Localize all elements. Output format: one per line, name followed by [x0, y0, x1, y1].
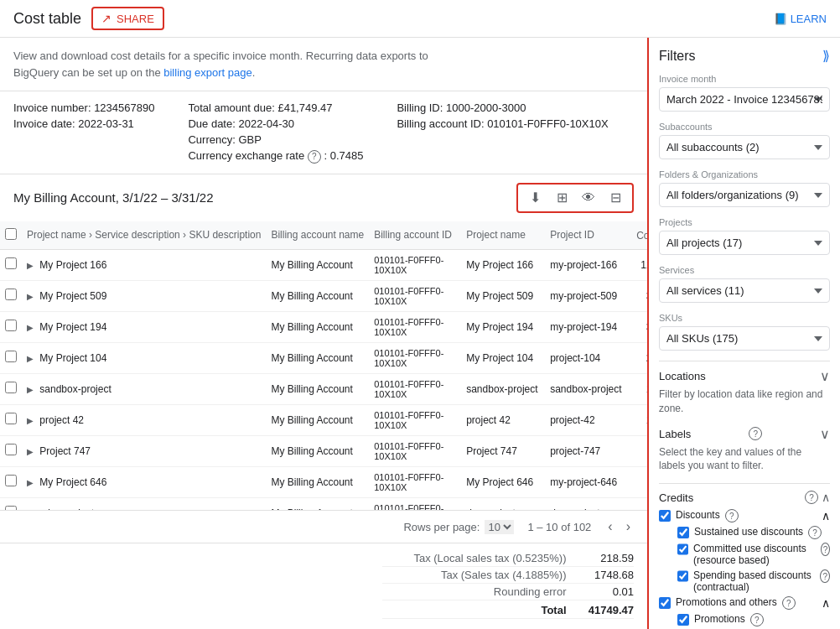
row-checkbox-cell[interactable] — [0, 342, 22, 373]
share-icon: ↗ — [101, 12, 111, 25]
promotions-help-icon[interactable]: ? — [782, 596, 796, 610]
top-bar: Cost table ↗ SHARE 📘 LEARN — [0, 0, 840, 38]
promotions-expand-icon[interactable]: ∧ — [822, 596, 830, 610]
row-expander[interactable]: ▶ — [27, 323, 34, 332]
row-billing-name: My Billing Account — [266, 373, 369, 404]
projects-select[interactable]: All projects (17) — [659, 231, 830, 255]
table-icon[interactable]: ⊞ — [552, 188, 572, 208]
row-checkbox-cell[interactable] — [0, 373, 22, 404]
row-checkbox[interactable] — [5, 444, 17, 455]
row-checkbox-cell[interactable] — [0, 466, 22, 497]
divider-2 — [659, 483, 830, 484]
committed-help-icon[interactable]: ? — [821, 543, 830, 556]
row-checkbox[interactable] — [5, 289, 17, 300]
total-amount-row: Total amount due: £41,749.47 — [188, 101, 363, 114]
filter-invoice-month: Invoice month March 2022 - Invoice 12345… — [659, 74, 830, 112]
col-select-all[interactable] — [0, 221, 22, 250]
sustained-help-icon[interactable]: ? — [808, 526, 822, 539]
credits-section: Credits ? ∧ Discounts ? ∧ Sustained use … — [659, 491, 830, 626]
invoice-number-row: Invoice number: 1234567890 — [13, 101, 154, 114]
row-checkbox[interactable] — [5, 382, 17, 393]
row-checkbox-cell[interactable] — [0, 497, 22, 510]
row-expander[interactable]: ▶ — [27, 261, 34, 270]
row-checkbox[interactable] — [5, 413, 17, 424]
row-checkbox-cell[interactable] — [0, 311, 22, 342]
row-billing-id: 010101-F0FFF0-10X10X — [369, 404, 461, 435]
col-cost-header[interactable]: Cost (£) ↓ — [629, 221, 647, 250]
pagination-info: 1 – 10 of 102 — [527, 521, 591, 533]
row-expander[interactable]: ▶ — [27, 292, 34, 301]
columns-icon[interactable]: ⊟ — [605, 188, 625, 208]
row-project-name: My Project 194 — [461, 311, 545, 342]
discounts-help-icon[interactable]: ? — [725, 509, 739, 522]
row-billing-name: My Billing Account — [266, 404, 369, 435]
locations-expandable[interactable]: Locations ∨ — [659, 368, 830, 384]
download-icon[interactable]: ⬇ — [525, 188, 545, 208]
discounts-checkbox[interactable] — [659, 510, 671, 522]
col-project-header: Project name › Service description › SKU… — [22, 221, 266, 250]
row-expander[interactable]: ▶ — [27, 354, 34, 363]
row-billing-id: 010101-F0FFF0-10X10X — [369, 342, 461, 373]
learn-icon: 📘 — [774, 13, 787, 25]
row-checkbox-cell[interactable] — [0, 249, 22, 280]
row-project-id: project-747 — [545, 435, 629, 466]
row-checkbox-cell[interactable] — [0, 404, 22, 435]
sustained-use-row: Sustained use discounts ? Committed use … — [677, 526, 830, 593]
table-header-row: Project name › Service description › SKU… — [0, 221, 647, 250]
invoice-month-select[interactable]: March 2022 - Invoice 1234567890 — [659, 87, 830, 112]
row-checkbox[interactable] — [5, 320, 17, 331]
row-checkbox[interactable] — [5, 257, 17, 269]
col-project-name-header: Project name — [461, 221, 545, 250]
discounts-expand-icon[interactable]: ∧ — [822, 509, 830, 522]
billing-export-link[interactable]: billing export page — [163, 66, 252, 79]
locations-expand-icon: ∨ — [820, 368, 830, 384]
prev-page-button[interactable]: ‹ — [604, 517, 615, 536]
credits-collapse-icon[interactable]: ∧ — [822, 491, 830, 504]
row-checkbox[interactable] — [5, 351, 17, 362]
row-expander[interactable]: ▶ — [27, 416, 34, 425]
row-checkbox-cell[interactable] — [0, 280, 22, 311]
committed-use-checkbox[interactable] — [677, 543, 688, 555]
row-project-name: dev project — [461, 497, 545, 510]
row-expander[interactable]: ▶ — [27, 478, 34, 487]
table-row: ▶ My Project 166 My Billing Account 0101… — [0, 249, 647, 280]
share-button[interactable]: ↗ SHARE — [91, 7, 164, 30]
sustained-use-checkbox[interactable] — [677, 527, 689, 538]
folders-select[interactable]: All folders/organizations (9) — [659, 183, 830, 207]
totals-row: Total 41749.47 — [382, 600, 634, 619]
select-all-checkbox[interactable] — [5, 228, 17, 240]
credits-help-icon[interactable]: ? — [805, 491, 818, 504]
total-label: Rounding error — [382, 584, 580, 600]
next-page-button[interactable]: › — [623, 517, 634, 536]
help-icon-exchange[interactable]: ? — [308, 150, 321, 164]
filter-locations: Locations ∨ Filter by location data like… — [659, 368, 830, 416]
collapse-filters-icon[interactable]: ⟫ — [822, 48, 830, 64]
promotions-sub-checkbox[interactable] — [677, 614, 689, 626]
promotions-row: Promotions and others ? ∧ — [659, 596, 830, 610]
row-billing-id: 010101-F0FFF0-10X10X — [369, 311, 461, 342]
row-cost: 11587.73 — [629, 249, 647, 280]
rows-per-page-select[interactable]: 10 25 50 — [485, 520, 514, 534]
promotions-sub-help-icon[interactable]: ? — [750, 613, 764, 626]
billing-account-id-row: Billing account ID: 010101-F0FFF0-10X10X — [397, 117, 608, 130]
services-select[interactable]: All services (11) — [659, 278, 830, 303]
labels-help-icon[interactable]: ? — [749, 427, 762, 440]
labels-expandable[interactable]: Labels ? ∨ — [659, 426, 830, 442]
filter-projects: Projects All projects (17) — [659, 217, 830, 255]
subaccounts-select[interactable]: All subaccounts (2) — [659, 135, 830, 159]
skus-select[interactable]: All SKUs (175) — [659, 326, 830, 351]
promotions-checkbox[interactable] — [659, 597, 671, 609]
spending-help-icon[interactable]: ? — [820, 569, 830, 583]
row-checkbox[interactable] — [5, 475, 17, 486]
row-cost: 1641.04 — [629, 404, 647, 435]
row-expander[interactable]: ▶ — [27, 447, 34, 456]
learn-button[interactable]: 📘 LEARN — [774, 13, 827, 25]
row-project: ▶ project 42 — [22, 404, 266, 435]
invoice-col-2: Total amount due: £41,749.47 Due date: 2… — [188, 101, 363, 164]
spending-based-checkbox[interactable] — [677, 570, 688, 582]
filters-title: Filters ⟫ — [659, 48, 830, 64]
row-checkbox-cell[interactable] — [0, 435, 22, 466]
eye-icon[interactable]: 👁 — [578, 188, 599, 208]
filter-folders: Folders & Organizations All folders/orga… — [659, 169, 830, 207]
row-expander[interactable]: ▶ — [27, 385, 34, 394]
